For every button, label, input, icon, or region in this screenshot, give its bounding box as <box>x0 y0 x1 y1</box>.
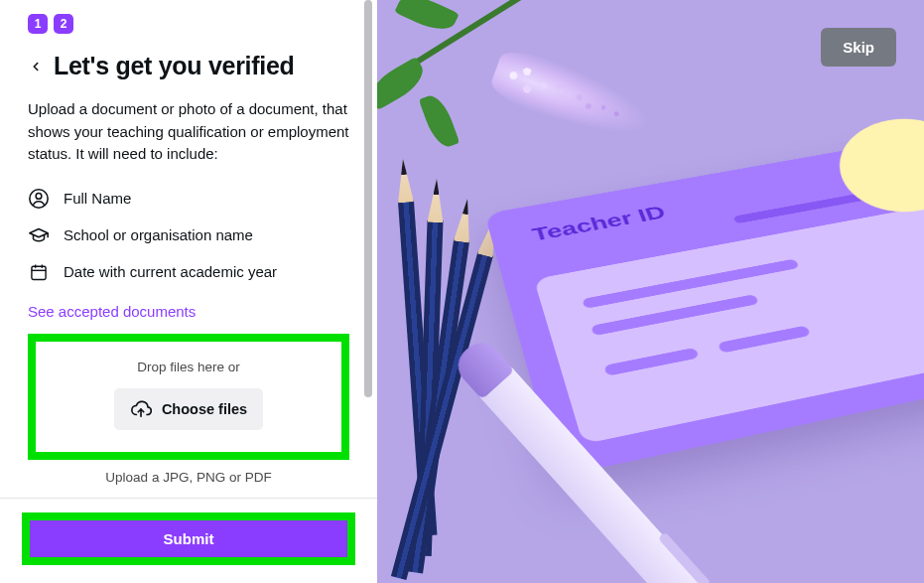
flower-head <box>487 44 655 148</box>
graduation-cap-icon <box>28 224 50 246</box>
requirement-school-label: School or organisation name <box>64 226 253 243</box>
page-title: Let's get you verified <box>54 52 294 80</box>
dropzone-highlight: Drop files here or Choose files <box>28 334 349 460</box>
illustration-panel: Skip Teacher ID <box>377 0 924 583</box>
submit-highlight: Submit <box>22 512 355 565</box>
requirement-date: Date with current academic year <box>28 261 349 283</box>
svg-rect-2 <box>32 266 46 279</box>
left-panel: 1 2 Let's get you verified Upload a docu… <box>0 0 377 583</box>
requirement-school: School or organisation name <box>28 224 349 246</box>
requirement-date-label: Date with current academic year <box>64 263 277 280</box>
upload-hint: Upload a JPG, PNG or PDF <box>28 470 349 485</box>
description-text: Upload a document or photo of a document… <box>28 98 349 166</box>
requirement-fullname-label: Full Name <box>64 190 131 207</box>
skip-button[interactable]: Skip <box>821 28 896 67</box>
choose-files-label: Choose files <box>162 401 247 417</box>
back-icon[interactable] <box>28 59 44 74</box>
submit-button[interactable]: Submit <box>30 520 347 557</box>
step-1-badge: 1 <box>28 14 48 34</box>
dropzone-text: Drop files here or <box>46 360 331 374</box>
leaf-icon <box>394 0 459 37</box>
svg-point-1 <box>36 193 42 199</box>
calendar-icon <box>28 261 50 283</box>
cloud-upload-icon <box>130 398 152 420</box>
file-dropzone[interactable]: Drop files here or Choose files <box>36 342 341 452</box>
requirement-fullname: Full Name <box>28 188 349 210</box>
choose-files-button[interactable]: Choose files <box>114 388 263 430</box>
footer: Submit <box>0 498 377 583</box>
step-2-badge: 2 <box>54 14 73 34</box>
step-indicator: 1 2 <box>28 14 349 34</box>
leaf-icon <box>419 91 460 151</box>
person-icon <box>28 188 50 210</box>
scrollbar[interactable] <box>364 0 372 397</box>
accepted-documents-link[interactable]: See accepted documents <box>28 303 196 320</box>
requirements-list: Full Name School or organisation name Da… <box>28 188 349 283</box>
